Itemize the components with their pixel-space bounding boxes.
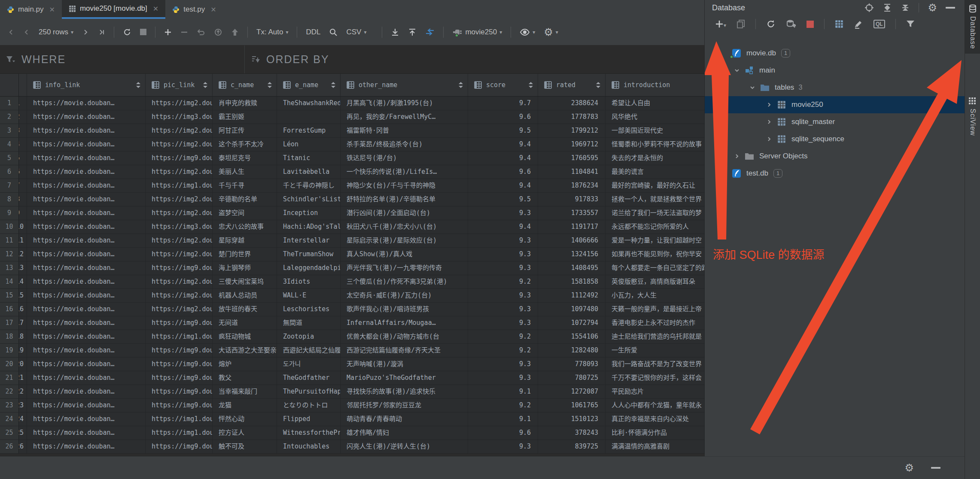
cell-c_name[interactable]: 控方证人 bbox=[213, 426, 277, 440]
submit-icon[interactable] bbox=[228, 26, 242, 39]
cell-e_name[interactable]: Inception bbox=[277, 206, 341, 220]
cell-e_name[interactable]: WALL·E bbox=[277, 289, 341, 302]
cell-pic_link[interactable]: https://img2.dou… bbox=[146, 234, 213, 247]
stop-icon[interactable] bbox=[137, 26, 150, 38]
preview-changes-icon[interactable] bbox=[210, 25, 226, 39]
row-number[interactable]: 24 bbox=[0, 412, 19, 426]
cell-rated[interactable]: 1061765 bbox=[538, 399, 606, 412]
cell-score[interactable]: 9.3 bbox=[468, 316, 538, 330]
cell-info_link[interactable]: https://movie.douban… bbox=[27, 165, 146, 179]
cell-pic_link[interactable]: https://img9.dou… bbox=[146, 440, 213, 453]
cell-other_name[interactable]: 福雷斯特·冈普 bbox=[341, 124, 468, 137]
cell-c_name[interactable]: 教父 bbox=[213, 371, 277, 385]
refresh-icon[interactable] bbox=[766, 19, 776, 29]
cell-e_name[interactable]: Intouchables bbox=[277, 440, 341, 453]
cell-pic_link[interactable]: https://img2.dou… bbox=[146, 289, 213, 302]
cell-rated[interactable]: 780725 bbox=[538, 371, 606, 385]
settings-gear-icon[interactable]: ⚙▾ bbox=[540, 24, 562, 40]
export-data-icon[interactable] bbox=[387, 25, 403, 39]
row-number[interactable]: 11 bbox=[0, 234, 19, 247]
cell-other_name[interactable]: MarioPuzo'sTheGodfather bbox=[341, 371, 468, 385]
delete-row-icon[interactable] bbox=[177, 26, 192, 39]
row-number[interactable]: 10 bbox=[0, 220, 19, 233]
cell-score[interactable]: 9.4 bbox=[468, 152, 538, 165]
edit-icon[interactable] bbox=[854, 19, 863, 29]
stop-icon[interactable] bbox=[807, 21, 814, 28]
tree-item-tables[interactable]: tables3 bbox=[705, 79, 965, 96]
tool-tab-database[interactable]: Database bbox=[965, 0, 980, 54]
cell-introduction[interactable]: 一生所爱 bbox=[606, 344, 705, 357]
cell-introduction[interactable]: 比利·怀德满分作品 bbox=[606, 426, 705, 440]
cell-other_name[interactable]: 舒特拉的名单(港)/辛德勒名单 bbox=[341, 193, 468, 206]
ddl-button[interactable]: DDL bbox=[302, 25, 324, 39]
find-icon[interactable] bbox=[326, 25, 341, 39]
data-view-icon[interactable] bbox=[835, 20, 843, 28]
row-number[interactable]: 5 bbox=[0, 152, 19, 165]
cell-pic_link[interactable]: https://img9.dou… bbox=[146, 261, 213, 275]
cell-rated[interactable]: 1760595 bbox=[538, 152, 606, 165]
cell-c_name[interactable]: 无间道 bbox=[213, 316, 277, 330]
cell-e_name[interactable]: Laleggendadelpia… bbox=[277, 261, 341, 275]
clipped-id-cell[interactable]: 15 bbox=[19, 289, 27, 302]
cell-other_name[interactable]: 邻居托托罗/邻家的豆豆龙 bbox=[341, 399, 468, 412]
cell-introduction[interactable]: 每个人都要走一条自己坚定了的路 bbox=[606, 261, 705, 275]
cell-other_name[interactable]: 闪亮人生(港)/逆转人生(台) bbox=[341, 440, 468, 453]
row-number[interactable]: 21 bbox=[0, 371, 19, 385]
cell-info_link[interactable]: https://movie.douban… bbox=[27, 234, 146, 247]
cell-pic_link[interactable]: https://img2.dou… bbox=[146, 165, 213, 179]
datasource-select[interactable]: movie250▾ bbox=[449, 25, 505, 39]
cell-c_name[interactable]: 这个杀手不太冷 bbox=[213, 138, 277, 151]
cell-introduction[interactable]: 我们一路奋战不是为了改变世界 bbox=[606, 358, 705, 371]
import-data-icon[interactable] bbox=[405, 25, 420, 39]
cell-e_name[interactable]: Leschoristes bbox=[277, 303, 341, 316]
clipped-id-cell[interactable]: 12 bbox=[19, 248, 27, 261]
cell-other_name[interactable]: 雄才伟略/情妇 bbox=[341, 426, 468, 440]
cell-info_link[interactable]: https://movie.douban… bbox=[27, 248, 146, 261]
clipped-id-cell[interactable]: 7 bbox=[19, 179, 27, 192]
cell-c_name[interactable]: 当幸福来敲门 bbox=[213, 385, 277, 398]
cell-c_name[interactable]: 盗梦空间 bbox=[213, 206, 277, 220]
row-number[interactable]: 23 bbox=[0, 399, 19, 412]
cell-e_name[interactable]: WitnessforthePro… bbox=[277, 426, 341, 440]
column-header-rated[interactable]: rated bbox=[538, 74, 606, 96]
cell-introduction[interactable]: 最好的宫崎骏，最好的久石让 bbox=[606, 179, 705, 192]
cell-pic_link[interactable]: https://img1.dou… bbox=[146, 330, 213, 343]
cell-other_name[interactable]: 寻找快乐的故事(港)/追求快乐 bbox=[341, 385, 468, 398]
cell-other_name[interactable]: 潜行凶间(港)/全面启动(台) bbox=[341, 206, 468, 220]
clipped-id-cell[interactable]: 5 bbox=[19, 152, 27, 165]
cell-c_name[interactable]: 霸王别姬 bbox=[213, 110, 277, 124]
row-number[interactable]: 14 bbox=[0, 275, 19, 288]
tab-main-py[interactable]: main.py ✕ bbox=[0, 0, 62, 19]
cell-c_name[interactable]: 千与千寻 bbox=[213, 179, 277, 192]
cell-rated[interactable]: 839725 bbox=[538, 440, 606, 453]
row-number[interactable]: 16 bbox=[0, 303, 19, 316]
cell-score[interactable]: 9.6 bbox=[468, 165, 538, 179]
cell-e_name[interactable]: ForrestGump bbox=[277, 124, 341, 137]
cell-c_name[interactable]: 龙猫 bbox=[213, 399, 277, 412]
clipped-id-cell[interactable]: 18 bbox=[19, 330, 27, 343]
cell-other_name[interactable]: 声光伴我飞(港)/一九零零的传奇 bbox=[341, 261, 468, 275]
cell-pic_link[interactable]: https://img9.dou… bbox=[146, 385, 213, 398]
cell-score[interactable]: 9.3 bbox=[468, 303, 538, 316]
last-page-icon[interactable] bbox=[94, 26, 109, 38]
cell-info_link[interactable]: https://movie.douban… bbox=[27, 97, 146, 110]
cell-info_link[interactable]: https://movie.douban… bbox=[27, 412, 146, 426]
clipped-id-cell[interactable]: 3 bbox=[19, 124, 27, 137]
order-by-filter[interactable]: ORDER BY bbox=[245, 45, 335, 73]
tab-movie250[interactable]: movie250 [movie.db] ✕ bbox=[62, 0, 165, 19]
close-icon[interactable]: ✕ bbox=[153, 5, 158, 13]
console-icon[interactable]: QL bbox=[873, 20, 885, 28]
row-number[interactable]: 12 bbox=[0, 248, 19, 261]
row-number[interactable]: 15 bbox=[0, 289, 19, 302]
clipped-id-cell[interactable]: 25 bbox=[19, 426, 27, 440]
row-number[interactable]: 18 bbox=[0, 330, 19, 343]
cell-pic_link[interactable]: https://img2.dou… bbox=[146, 303, 213, 316]
clipped-id-cell[interactable]: 13 bbox=[19, 261, 27, 275]
chevron-down-icon[interactable] bbox=[730, 67, 744, 73]
cell-rated[interactable]: 1406666 bbox=[538, 234, 606, 247]
column-header-other_name[interactable]: other_name bbox=[341, 74, 468, 96]
cell-rated[interactable]: 778093 bbox=[538, 358, 606, 371]
cell-rated[interactable]: 1104841 bbox=[538, 165, 606, 179]
cell-rated[interactable]: 1510123 bbox=[538, 412, 606, 426]
column-header-introduction[interactable]: introduction bbox=[606, 74, 705, 96]
